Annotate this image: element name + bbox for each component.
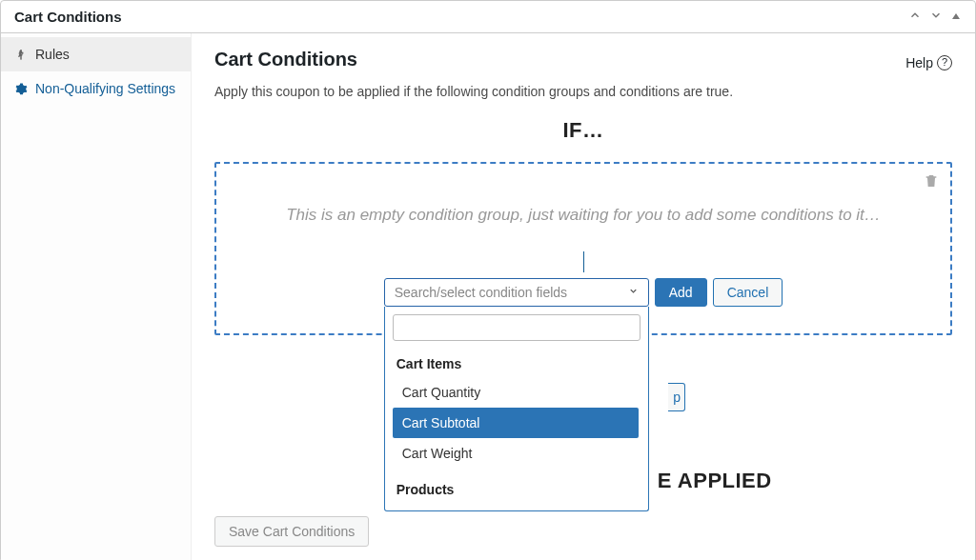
footer: Save Cart Conditions — [214, 516, 952, 547]
chevron-down-icon[interactable] — [929, 9, 943, 25]
dropdown-option-cart-quantity[interactable]: Cart Quantity — [393, 377, 639, 408]
svg-marker-0 — [952, 13, 960, 19]
cancel-button[interactable]: Cancel — [713, 278, 783, 307]
sidebar-item-label: Non-Qualifying Settings — [35, 81, 175, 96]
chevron-up-icon[interactable] — [908, 9, 922, 25]
condition-select[interactable]: Search/select condition fields — [384, 278, 649, 307]
help-link[interactable]: Help ? — [905, 55, 952, 70]
sidebar-item-label: Rules — [35, 47, 70, 62]
add-button[interactable]: Add — [655, 278, 707, 307]
cart-conditions-panel: Cart Conditions Rules — [0, 0, 976, 560]
section-title: Cart Conditions — [214, 49, 357, 70]
content-header: Cart Conditions Help ? — [214, 49, 952, 76]
panel-header-controls — [908, 9, 962, 25]
sidebar: Rules Non-Qualifying Settings — [1, 33, 192, 560]
gear-icon — [14, 83, 28, 95]
save-button[interactable]: Save Cart Conditions — [214, 516, 369, 547]
panel-title: Cart Conditions — [14, 9, 122, 25]
sidebar-item-rules[interactable]: Rules — [1, 37, 191, 71]
collapse-triangle-icon[interactable] — [950, 10, 962, 25]
add-group-button-peek[interactable]: p — [668, 383, 685, 411]
condition-controls: Search/select condition fields Cart Item… — [384, 278, 783, 307]
condition-group: This is an empty condition group, just w… — [214, 162, 952, 335]
dropdown-search-input[interactable] — [393, 314, 640, 341]
trash-icon[interactable] — [924, 173, 939, 191]
dropdown-group-label: Cart Items — [393, 350, 639, 377]
if-heading: IF… — [214, 118, 952, 143]
dropdown-option-cart-weight[interactable]: Cart Weight — [393, 438, 639, 469]
chevron-down-icon — [628, 286, 639, 299]
select-placeholder: Search/select condition fields — [395, 285, 567, 300]
dropdown-group-label: Products — [393, 476, 639, 503]
dropdown-list[interactable]: Cart Items Cart Quantity Cart Subtotal C… — [393, 350, 640, 503]
dropdown-option-cart-subtotal[interactable]: Cart Subtotal — [393, 408, 639, 438]
sidebar-item-non-qualifying[interactable]: Non-Qualifying Settings — [1, 71, 191, 106]
pin-icon — [14, 49, 28, 60]
caret-indicator — [583, 251, 584, 272]
group-placeholder-text: This is an empty condition group, just w… — [286, 206, 881, 225]
section-description: Apply this coupon to be applied if the f… — [214, 84, 952, 99]
help-icon: ? — [937, 55, 952, 70]
panel-header: Cart Conditions — [1, 1, 975, 33]
help-label: Help — [905, 55, 933, 70]
content-area: Cart Conditions Help ? Apply this coupon… — [192, 33, 975, 560]
panel-body: Rules Non-Qualifying Settings Cart Condi… — [1, 33, 975, 560]
condition-dropdown: Cart Items Cart Quantity Cart Subtotal C… — [384, 307, 649, 511]
